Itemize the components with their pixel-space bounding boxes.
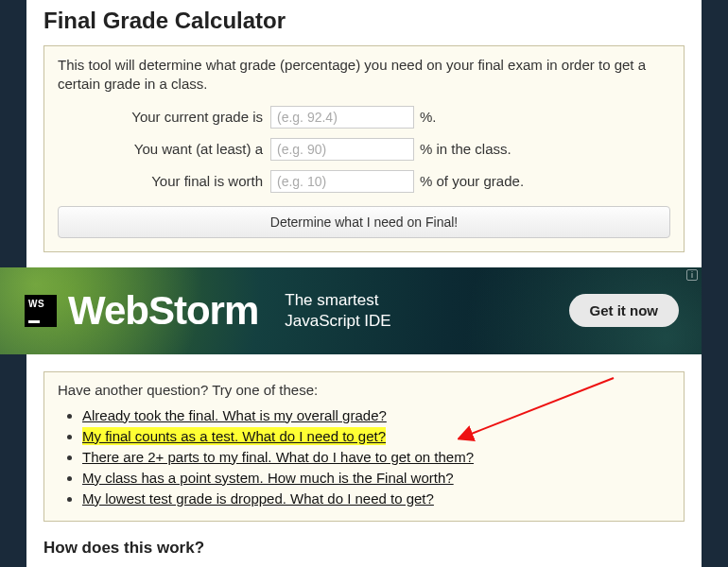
questions-title: Have another question? Try one of these: bbox=[58, 382, 670, 398]
ad-banner[interactable]: WS WebStorm The smartest JavaScript IDE … bbox=[0, 267, 702, 354]
ad-logo-text: WS bbox=[28, 299, 44, 309]
list-item: Already took the final. What is my overa… bbox=[82, 407, 670, 423]
ad-info-icon[interactable]: i bbox=[686, 269, 698, 281]
question-link-4[interactable]: My lowest test grade is dropped. What do… bbox=[82, 490, 434, 507]
input-desired-grade[interactable] bbox=[270, 138, 414, 161]
question-link-1[interactable]: My final counts as a test. What do I nee… bbox=[82, 428, 386, 444]
ad-brand: WebStorm bbox=[68, 288, 258, 334]
suffix-final-worth: % of your grade. bbox=[414, 173, 524, 189]
label-current-grade: Your current grade is bbox=[58, 109, 270, 125]
ad-cta-button[interactable]: Get it now bbox=[569, 294, 680, 327]
question-link-0[interactable]: Already took the final. What is my overa… bbox=[82, 407, 387, 423]
intro-text: This tool will determine what grade (per… bbox=[58, 56, 670, 94]
question-link-2[interactable]: There are 2+ parts to my final. What do … bbox=[82, 449, 474, 465]
page-title: Final Grade Calculator bbox=[43, 0, 685, 45]
ad-logo-bar bbox=[28, 320, 40, 323]
calculator-panel: This tool will determine what grade (per… bbox=[43, 45, 685, 252]
list-item: There are 2+ parts to my final. What do … bbox=[82, 449, 670, 465]
label-final-worth: Your final is worth bbox=[58, 173, 270, 189]
ad-logo-icon: WS bbox=[25, 295, 57, 327]
submit-button[interactable]: Determine what I need on Final! bbox=[58, 206, 670, 238]
questions-list: Already took the final. What is my overa… bbox=[58, 407, 670, 507]
ad-tagline-line2: JavaScript IDE bbox=[285, 311, 390, 331]
section-heading: How does this work? bbox=[43, 539, 685, 558]
label-desired-grade: You want (at least) a bbox=[58, 141, 270, 157]
ad-tagline: The smartest JavaScript IDE bbox=[285, 290, 390, 331]
list-item: My final counts as a test. What do I nee… bbox=[82, 428, 670, 444]
list-item: My lowest test grade is dropped. What do… bbox=[82, 490, 670, 507]
list-item: My class has a point system. How much is… bbox=[82, 470, 670, 486]
questions-panel: Have another question? Try one of these:… bbox=[43, 371, 685, 522]
ad-tagline-line1: The smartest bbox=[285, 290, 390, 310]
input-current-grade[interactable] bbox=[270, 106, 414, 129]
input-final-worth[interactable] bbox=[270, 170, 414, 193]
suffix-desired-grade: % in the class. bbox=[414, 141, 511, 157]
row-current-grade: Your current grade is %. bbox=[58, 106, 670, 129]
row-desired-grade: You want (at least) a % in the class. bbox=[58, 138, 670, 161]
row-final-worth: Your final is worth % of your grade. bbox=[58, 170, 670, 193]
question-link-3[interactable]: My class has a point system. How much is… bbox=[82, 470, 454, 486]
suffix-current-grade: %. bbox=[414, 109, 437, 125]
